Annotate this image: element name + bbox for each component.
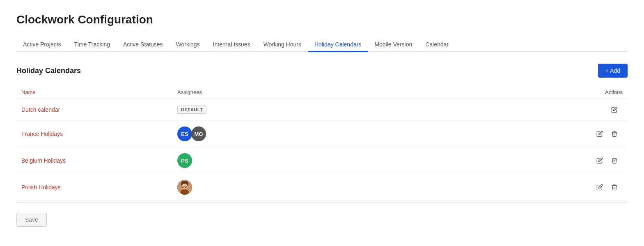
delete-button-belgium[interactable] (610, 155, 619, 166)
tab-working-hours[interactable]: Working Hours (257, 38, 308, 52)
avatar-es: ES (177, 126, 192, 141)
table-row: Polish Holidays (16, 174, 628, 201)
calendar-name-dutch: Dutch calendar (21, 106, 60, 113)
section-header: Holiday Calendars + Add (16, 64, 628, 78)
table-row: Dutch calendar DEFAULT (16, 99, 628, 121)
actions-france (410, 129, 623, 139)
actions-belgium (410, 155, 623, 166)
actions-dutch (410, 105, 623, 115)
avatar-mo: MO (191, 126, 206, 141)
delete-button-france[interactable] (610, 129, 619, 139)
tab-calendar[interactable]: Calendar (419, 38, 455, 52)
edit-button-france[interactable] (595, 129, 605, 139)
tab-worklogs[interactable]: Worklogs (169, 38, 206, 52)
assignees-belgium: PS (177, 153, 400, 168)
col-actions: Actions (405, 86, 628, 99)
avatar-photo (177, 180, 192, 195)
assignees-dutch: DEFAULT (177, 106, 400, 114)
assignees-france: ES MO (177, 126, 400, 141)
page-title: Clockwork Configuration (16, 13, 628, 26)
edit-button-belgium[interactable] (595, 156, 605, 166)
table-row: France Holidays ES MO (16, 121, 628, 147)
tab-time-tracking[interactable]: Time Tracking (68, 38, 117, 52)
calendar-name-france: France Holidays (21, 131, 63, 137)
actions-polish (410, 182, 623, 193)
avatar-ps: PS (177, 153, 192, 168)
col-assignees: Assignees (172, 86, 405, 99)
save-button[interactable]: Save (16, 213, 47, 227)
tab-mobile-version[interactable]: Mobile Version (368, 38, 419, 52)
tab-holiday-calendars[interactable]: Holiday Calendars (308, 38, 368, 52)
tab-internal-issues[interactable]: Internal Issues (206, 38, 257, 52)
tab-active-statuses[interactable]: Active Statuses (117, 38, 170, 52)
nav-tabs: Active Projects Time Tracking Active Sta… (16, 38, 628, 52)
col-name: Name (16, 86, 172, 99)
delete-button-polish[interactable] (610, 182, 619, 193)
calendars-table: Name Assignees Actions Dutch calendar DE… (16, 86, 628, 201)
edit-button-dutch[interactable] (610, 105, 619, 115)
default-badge: DEFAULT (177, 106, 206, 114)
edit-button-polish[interactable] (595, 182, 605, 192)
assignees-polish (177, 180, 400, 195)
calendar-name-belgium: Belgium Holidays (21, 157, 66, 164)
calendar-name-polish: Polish Holidays (21, 184, 61, 191)
table-row: Belgium Holidays PS (16, 147, 628, 174)
section-title: Holiday Calendars (16, 67, 81, 75)
add-button[interactable]: + Add (598, 64, 628, 78)
tab-active-projects[interactable]: Active Projects (16, 38, 68, 52)
